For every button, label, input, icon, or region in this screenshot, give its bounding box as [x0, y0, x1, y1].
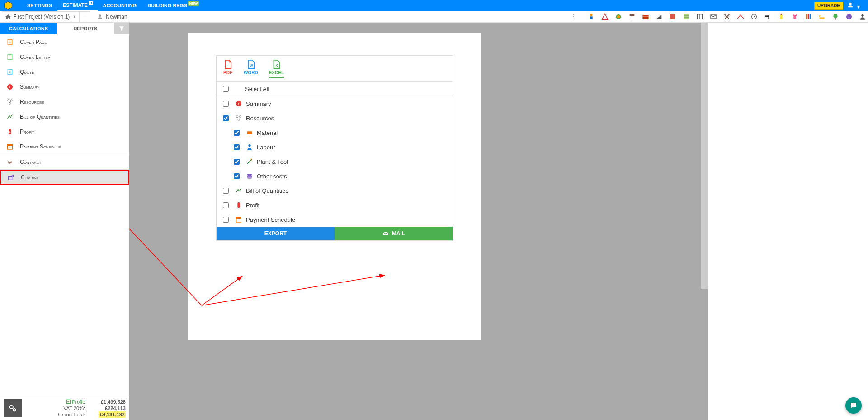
row-material[interactable]: Material — [217, 125, 453, 140]
checkbox-resources[interactable] — [223, 115, 229, 121]
tap-icon[interactable] — [764, 13, 771, 20]
sidebar-item-label: Quote — [20, 69, 34, 75]
row-select-all[interactable]: Select All — [217, 82, 453, 96]
worker-icon[interactable] — [588, 13, 595, 20]
svg-text:£: £ — [848, 14, 850, 19]
heating-icon[interactable] — [778, 13, 785, 20]
hammer-icon[interactable] — [628, 13, 636, 20]
checkbox-other-costs[interactable] — [234, 173, 240, 179]
tools-icon[interactable] — [723, 13, 731, 20]
user-menu[interactable]: ▼ — [847, 1, 861, 10]
summary-icon: Σ — [6, 83, 14, 91]
sidebar-item-payment-schedule[interactable]: 1Payment Schedule — [0, 139, 129, 154]
row-label: Profit — [246, 202, 259, 209]
document-page: PDF WWORD XEXCEL Select All ΣSummary Res… — [188, 33, 481, 340]
format-excel[interactable]: XEXCEL — [269, 59, 284, 78]
format-label: PDF — [223, 70, 232, 75]
sidebar-item-summary[interactable]: ΣSummary — [0, 79, 129, 94]
app-logo[interactable] — [4, 1, 13, 10]
settings-button[interactable] — [4, 399, 22, 417]
checkbox-labour[interactable] — [234, 144, 240, 150]
svg-point-69 — [247, 177, 252, 179]
sidebar-item-label: Payment Schedule — [20, 143, 61, 150]
nav-building-regs[interactable]: BUILDING REGS NEW — [142, 0, 203, 11]
window-icon[interactable] — [696, 13, 703, 20]
roof-icon[interactable] — [737, 13, 744, 20]
excavator-icon[interactable] — [818, 13, 826, 20]
sidebar-item-label: Cover Letter — [20, 54, 51, 60]
row-label: Other costs — [257, 173, 287, 180]
vertical-scrollbar[interactable] — [701, 23, 708, 289]
checkbox-profit[interactable] — [223, 202, 229, 208]
checkbox-payment-schedule[interactable] — [223, 217, 229, 223]
row-profit[interactable]: Profit — [217, 198, 453, 212]
row-labour[interactable]: Labour — [217, 140, 453, 154]
format-pdf[interactable]: PDF — [223, 59, 233, 78]
tree-icon[interactable] — [832, 13, 839, 20]
envelope-icon[interactable] — [710, 13, 717, 20]
tab-calculations[interactable]: CALCULATIONS — [0, 23, 57, 34]
money-icon[interactable]: £ — [845, 13, 853, 20]
project-selector[interactable]: First Project (Version 1) ▼ — [2, 11, 80, 22]
chat-icon — [849, 401, 858, 410]
format-label: WORD — [244, 70, 258, 75]
person-icon[interactable] — [859, 13, 866, 20]
sidebar-item-combine[interactable]: Combine — [0, 170, 129, 185]
row-label: Labour — [257, 144, 275, 151]
nav-settings[interactable]: SETTINGS — [22, 0, 57, 11]
export-button[interactable]: EXPORT — [217, 227, 335, 240]
row-boq[interactable]: Bill of Quantities — [217, 183, 453, 198]
svg-rect-8 — [632, 16, 632, 19]
gauge-icon[interactable] — [750, 13, 758, 20]
sidebar-item-label: Bill of Quantities — [20, 114, 60, 120]
checkbox-material[interactable] — [234, 130, 240, 136]
sidebar-item-label: Combine — [21, 174, 39, 181]
row-payment-schedule[interactable]: Payment Schedule — [217, 212, 453, 227]
format-word[interactable]: WWORD — [244, 59, 258, 78]
sidebar-item-profit[interactable]: £Profit — [0, 124, 129, 139]
sidebar-item-cover-page[interactable]: Cover Page — [0, 34, 129, 49]
row-summary[interactable]: ΣSummary — [217, 96, 453, 111]
sidebar-item-contract[interactable]: Contract — [0, 154, 129, 169]
wall-icon[interactable] — [683, 13, 690, 20]
texture-icon[interactable] — [669, 13, 676, 20]
shirt-icon[interactable] — [791, 13, 798, 20]
svg-point-56 — [13, 408, 15, 411]
wedge-icon[interactable] — [656, 13, 663, 20]
svg-line-47 — [10, 101, 11, 102]
svg-text:W: W — [250, 63, 253, 67]
checkbox-plant-tool[interactable] — [234, 159, 240, 165]
sidebar-item-cover-letter[interactable]: Cover Letter — [0, 49, 129, 64]
checkbox-boq[interactable] — [223, 188, 229, 194]
filter-button[interactable] — [114, 23, 129, 34]
word-icon: W — [246, 59, 256, 69]
sidebar-item-resources[interactable]: Resources — [0, 94, 129, 109]
handshake-icon — [6, 158, 14, 166]
upgrade-button[interactable]: UPGRADE — [814, 2, 843, 10]
row-resources[interactable]: Resources — [217, 111, 453, 125]
project-menu-dots[interactable]: ⋮ — [80, 11, 90, 22]
toolbar-menu-dots[interactable]: ⋮ — [568, 11, 579, 22]
row-other-costs[interactable]: Other costs — [217, 169, 453, 183]
svg-rect-24 — [806, 14, 807, 19]
chevron-down-icon: ▼ — [856, 5, 861, 10]
action-buttons: EXPORT MAIL — [217, 227, 453, 240]
mail-button[interactable]: MAIL — [335, 227, 453, 240]
books-icon[interactable] — [805, 13, 812, 20]
nav-estimate[interactable]: ESTIMATE D — [57, 0, 98, 11]
brick-icon[interactable] — [642, 13, 649, 20]
paint-icon[interactable] — [615, 13, 622, 20]
nav-accounting[interactable]: ACCOUNTING — [98, 0, 142, 11]
svg-rect-48 — [7, 119, 13, 119]
checkbox-select-all[interactable] — [223, 86, 229, 92]
user-chip[interactable]: Newman — [92, 11, 132, 22]
tab-reports[interactable]: REPORTS — [57, 23, 114, 34]
row-plant-tool[interactable]: Plant & Tool — [217, 154, 453, 169]
sidebar-item-boq[interactable]: Bill of Quantities — [0, 109, 129, 124]
checkbox-summary[interactable] — [223, 101, 229, 107]
sidebar-item-quote[interactable]: £Quote — [0, 64, 129, 79]
chat-button[interactable] — [845, 397, 862, 414]
vat-value: £224,113 — [99, 405, 126, 411]
warning-icon[interactable] — [601, 13, 609, 20]
check-icon — [66, 399, 71, 404]
